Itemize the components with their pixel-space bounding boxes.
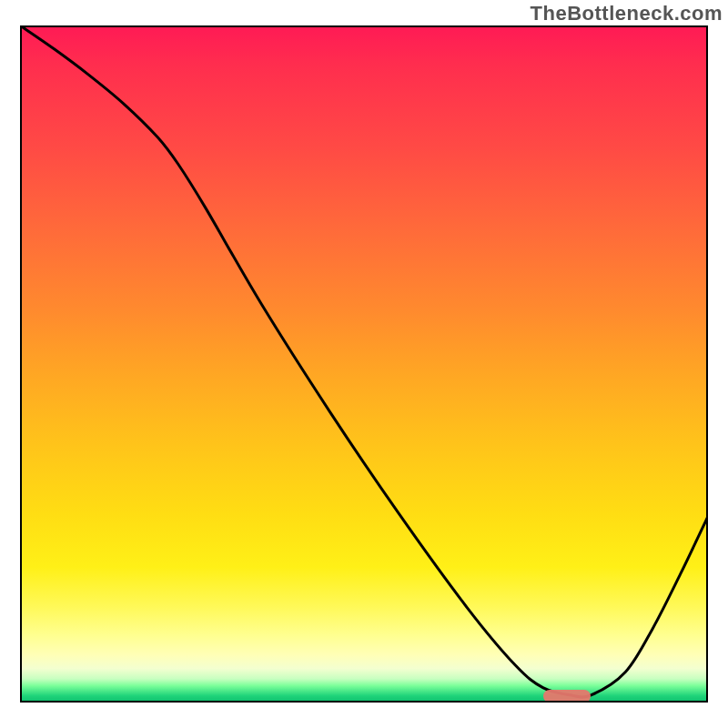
plot-area xyxy=(20,25,708,703)
chart-root: TheBottleneck.com xyxy=(0,0,728,728)
optimal-range-marker xyxy=(543,690,592,703)
watermark-label: TheBottleneck.com xyxy=(531,2,723,25)
bottleneck-curve xyxy=(20,25,708,703)
